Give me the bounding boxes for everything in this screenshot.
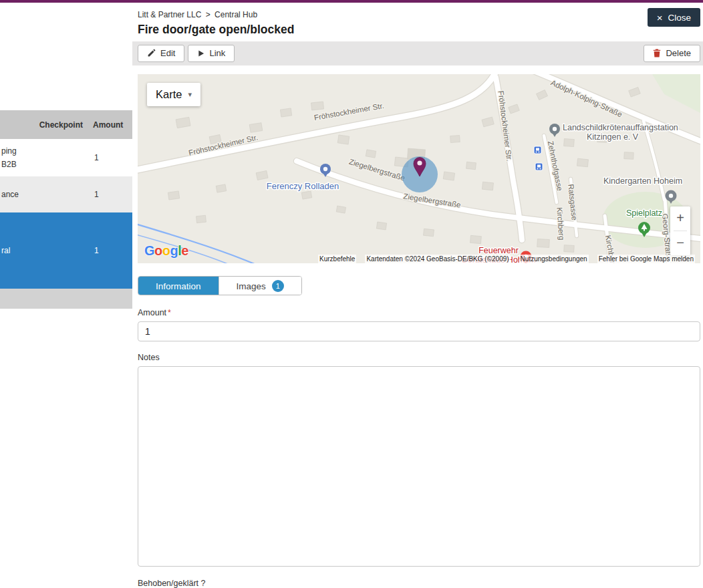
- edit-button-label: Edit: [160, 48, 175, 58]
- poi-label-ferenczy[interactable]: Ferenczy Rolladen: [267, 181, 339, 191]
- edit-button[interactable]: Edit: [138, 45, 184, 62]
- close-icon: ×: [657, 13, 663, 23]
- link-button-label: Link: [209, 48, 225, 58]
- notes-field-label: Notes: [138, 353, 700, 362]
- checkpoint-name: ance: [1, 188, 132, 201]
- zoom-in-button[interactable]: +: [670, 206, 690, 231]
- tab-information[interactable]: Information: [138, 277, 219, 295]
- map-attribution: Kurzbefehle Kartendaten ©2024 GeoBasis-D…: [318, 254, 700, 263]
- keyboard-shortcuts-link[interactable]: Kurzbefehle: [318, 255, 356, 263]
- tab-information-label: Information: [156, 281, 201, 291]
- poi-label-landschild-2[interactable]: Kitzingen e. V: [587, 132, 639, 142]
- report-error-link[interactable]: Fehler bei Google Maps melden: [597, 255, 695, 263]
- column-header-checkpoint: Checkpoint: [0, 120, 83, 130]
- checkpoint-amount: 1: [94, 190, 99, 199]
- google-logo[interactable]: Google: [144, 243, 188, 259]
- close-button-label: Close: [668, 13, 691, 23]
- tab-images[interactable]: Images 1: [219, 277, 301, 295]
- google-logo-letter: g: [170, 243, 178, 258]
- required-asterisk: *: [168, 308, 171, 317]
- google-logo-letter: o: [162, 243, 170, 258]
- notes-field[interactable]: [138, 366, 700, 567]
- checkpoint-amount: 1: [94, 153, 99, 162]
- link-button[interactable]: Link: [188, 45, 235, 62]
- play-icon: [197, 49, 204, 57]
- map-canvas[interactable]: Fröhstockheimer Str. Fröhstockheimer Str…: [138, 74, 700, 264]
- pencil-icon: [147, 49, 156, 57]
- map-data-attribution: Kartendaten ©2024 GeoBasis-DE/BKG (©2009…: [365, 255, 510, 263]
- breadcrumb: Litt & Partner LLC > Central Hub: [138, 10, 629, 19]
- amount-field-label: Amount*: [138, 308, 700, 317]
- detail-panel: Litt & Partner LLC > Central Hub Fire do…: [132, 3, 703, 588]
- google-logo-letter: o: [154, 243, 162, 258]
- table-row-selected[interactable]: ral 1: [0, 212, 132, 289]
- table-row[interactable]: ping B2B 1: [0, 139, 132, 176]
- map-type-label: Karte: [156, 88, 182, 101]
- breadcrumb-separator: >: [206, 10, 210, 19]
- page-title: Fire door/gate open/blocked: [138, 23, 629, 37]
- table-row[interactable]: ance 1: [0, 176, 132, 212]
- amount-label-text: Amount: [138, 308, 166, 317]
- checkpoint-name: B2B: [1, 158, 132, 171]
- checkpoint-name: ping: [1, 144, 132, 158]
- transit-stop-icon[interactable]: [534, 146, 541, 154]
- detail-header: Litt & Partner LLC > Central Hub Fire do…: [132, 3, 703, 41]
- terms-link[interactable]: Nutzungsbedingungen: [519, 255, 589, 263]
- information-form: Amount* Notes Behoben/geklärt ?: [132, 295, 703, 588]
- poi-label-spielplatz[interactable]: Spielplatz: [626, 208, 662, 218]
- toolbar: Edit Link Delete: [132, 41, 703, 65]
- amount-field[interactable]: [138, 321, 700, 341]
- google-map[interactable]: Fröhstockheimer Str. Fröhstockheimer Str…: [138, 74, 700, 264]
- close-button[interactable]: × Close: [648, 8, 700, 27]
- map-zoom-control: + −: [670, 206, 690, 255]
- trash-icon: [653, 49, 661, 57]
- google-logo-letter: e: [181, 243, 188, 258]
- sidebar-spacer: [0, 3, 132, 110]
- images-count-badge: 1: [272, 280, 284, 292]
- poi-label-kindergarten[interactable]: Kindergarten Hoheim: [603, 176, 682, 186]
- checkpoint-table-sidebar: Checkpoint Amount ping B2B 1 ance 1 ral …: [0, 3, 132, 588]
- checkpoint-name: ral: [1, 244, 132, 257]
- location-marker[interactable]: [402, 156, 438, 192]
- app-window: Checkpoint Amount ping B2B 1 ance 1 ral …: [0, 0, 703, 588]
- map-type-control[interactable]: Karte ▾: [147, 83, 200, 106]
- poi-label-landschild[interactable]: Landschildkrötenauffangstation: [563, 123, 678, 132]
- checkpoint-amount: 1: [94, 246, 99, 255]
- table-footer-strip: [0, 289, 132, 309]
- tab-images-label: Images: [237, 281, 266, 291]
- detail-tabs: Information Images 1: [138, 276, 302, 295]
- zoom-out-button[interactable]: −: [670, 231, 690, 255]
- column-header-amount: Amount: [93, 120, 123, 130]
- delete-button[interactable]: Delete: [644, 45, 700, 62]
- table-header-row: Checkpoint Amount: [0, 110, 132, 139]
- transit-stop-icon[interactable]: [535, 163, 543, 170]
- breadcrumb-root[interactable]: Litt & Partner LLC: [138, 10, 201, 19]
- clipped-field-label: Behoben/geklärt ?: [138, 579, 700, 588]
- chevron-down-icon: ▾: [188, 90, 192, 99]
- google-logo-letter: G: [144, 243, 154, 258]
- breadcrumb-current[interactable]: Central Hub: [215, 10, 257, 19]
- delete-button-label: Delete: [666, 48, 691, 58]
